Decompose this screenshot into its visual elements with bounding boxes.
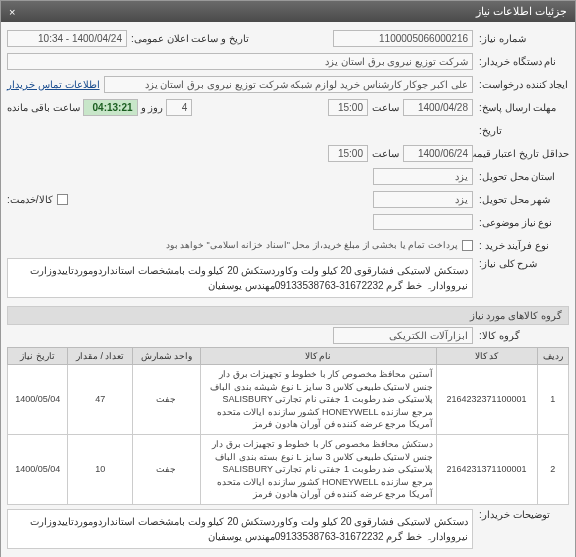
pay-checkbox[interactable]: [462, 240, 473, 251]
pub-datetime-field: 1400/04/24 - 10:34: [7, 30, 127, 47]
item-svc-label: کالا/خدمت:: [7, 194, 53, 205]
cell-unit: جفت: [132, 434, 200, 504]
contact-link[interactable]: اطلاعات تماس خریدار: [7, 79, 100, 90]
to-date-label: تاریخ:: [477, 125, 569, 136]
deadline-label: مهلت ارسال پاسخ:: [477, 102, 569, 113]
deadline-date-field: 1400/04/28: [403, 99, 473, 116]
buyer-notes-label: توضیحات خریدار:: [477, 509, 569, 520]
cell-idx: 1: [537, 365, 568, 435]
cell-name: دستکش محافظ مخصوص کار با خطوط و تجهیزات …: [200, 434, 436, 504]
pay-note: پرداخت تمام یا بخشی از مبلغ خرید،از محل …: [166, 240, 458, 250]
col-idx: ردیف: [537, 348, 568, 365]
days-word: روز و: [141, 102, 164, 113]
credit-hist-label: حداقل تاریخ اعتبار قیمت تا تاریخ:: [477, 148, 569, 159]
table-row[interactable]: 1 2164232371100001 آستین محافظ مخصوص کار…: [8, 365, 569, 435]
items-group-header: گروه کالاهای مورد نیاز: [7, 306, 569, 325]
col-name: نام کالا: [200, 348, 436, 365]
city-field: یزد: [373, 191, 473, 208]
col-date: تاریخ نیاز: [8, 348, 68, 365]
cell-name: آستین محافظ مخصوص کار با خطوط و تجهیزات …: [200, 365, 436, 435]
cell-qty: 10: [68, 434, 132, 504]
deadline-time-field: 15:00: [328, 99, 368, 116]
col-qty: تعداد / مقدار: [68, 348, 132, 365]
col-code: کد کالا: [436, 348, 537, 365]
overall-desc-box: دستکش لاستیکی فشارقوی 20 کیلو ولت وکاورد…: [7, 258, 473, 298]
cell-idx: 2: [537, 434, 568, 504]
province-field: یزد: [373, 168, 473, 185]
pub-datetime-label: تاریخ و ساعت اعلان عمومی:: [131, 33, 249, 44]
need-no-field: 1100005066000216: [333, 30, 473, 47]
cell-code: 2164231371100001: [436, 434, 537, 504]
buyer-dev-field: شرکت توزیع نیروی برق استان یزد: [7, 53, 473, 70]
city-label: شهر محل تحویل:: [477, 194, 569, 205]
need-type-label: نوع نیاز موضوعی:: [477, 217, 569, 228]
group-field: ابزارآلات الکتریکی: [333, 327, 473, 344]
table-row[interactable]: 2 2164231371100001 دستکش محافظ مخصوص کار…: [8, 434, 569, 504]
items-table: ردیف کد کالا نام کالا واحد شمارش تعداد /…: [7, 347, 569, 505]
cell-code: 2164232371100001: [436, 365, 537, 435]
credit-date-field: 1400/06/24: [403, 145, 473, 162]
buyer-notes-box: دستکش لاستیکی فشارقوی 20 کیلو ولت وکاورد…: [7, 509, 473, 549]
days-field: 4: [166, 99, 192, 116]
credit-time-field: 15:00: [328, 145, 368, 162]
item-svc-checkbox[interactable]: [57, 194, 68, 205]
remaining-label: ساعت باقی مانده: [7, 102, 80, 113]
req-creator-field: علی اکبر جوکار کارشناس خرید لوازم شبکه ش…: [104, 76, 473, 93]
cell-qty: 47: [68, 365, 132, 435]
group-label: گروه کالا:: [477, 330, 569, 341]
province-label: استان محل تحویل:: [477, 171, 569, 182]
hour-label-2: ساعت: [372, 148, 399, 159]
col-unit: واحد شمارش: [132, 348, 200, 365]
buy-process-label: نوع فرآیند خرید :: [477, 240, 569, 251]
close-icon[interactable]: ×: [9, 6, 15, 18]
cell-date: 1400/05/04: [8, 434, 68, 504]
hour-label-1: ساعت: [372, 102, 399, 113]
need-no-label: شماره نیاز:: [477, 33, 569, 44]
window-title: جزئیات اطلاعات نیاز: [476, 5, 567, 18]
overall-desc-label: شرح کلی نیاز:: [477, 258, 569, 269]
cell-unit: جفت: [132, 365, 200, 435]
need-type-field: [373, 214, 473, 230]
buyer-dev-label: نام دستگاه خریدار:: [477, 56, 569, 67]
req-creator-label: ایجاد کننده درخواست:: [477, 79, 569, 90]
cell-date: 1400/05/04: [8, 365, 68, 435]
countdown-field: 04:13:21: [83, 99, 138, 116]
